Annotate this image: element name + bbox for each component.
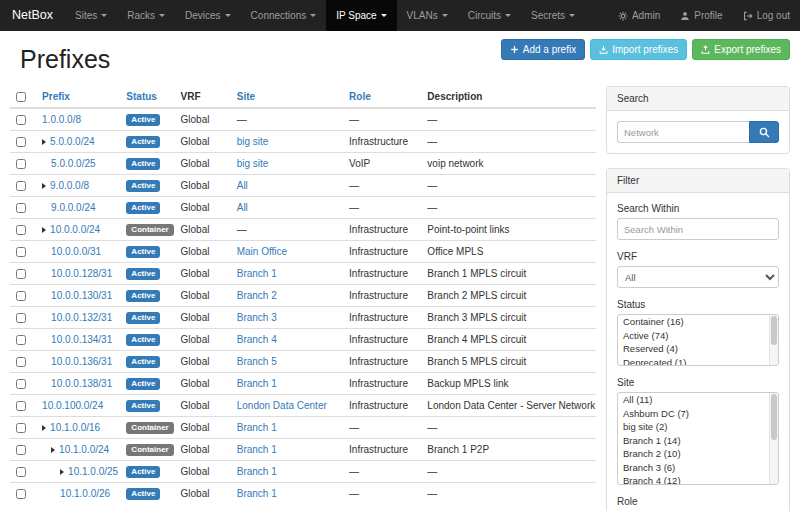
nav-menu-item[interactable]: Secrets — [521, 0, 585, 31]
prefix-link[interactable]: 10.0.0.0/31 — [51, 246, 101, 257]
status-listbox-scrollbar[interactable] — [769, 315, 778, 365]
nav-menu-item[interactable]: Racks — [117, 0, 175, 31]
site-link[interactable]: — — [237, 114, 247, 125]
row-checkbox[interactable] — [16, 269, 26, 279]
admin-link[interactable]: Admin — [608, 0, 670, 31]
row-checkbox[interactable] — [16, 115, 26, 125]
site-link[interactable]: London Data Center — [237, 400, 327, 411]
search-input[interactable] — [617, 121, 749, 143]
site-option[interactable]: Branch 2 (10) — [618, 447, 769, 461]
expand-caret-icon[interactable] — [51, 447, 55, 453]
prefix-link[interactable]: 10.0.0.132/31 — [51, 312, 112, 323]
status-option[interactable]: Deprecated (1) — [618, 356, 769, 367]
column-header-site[interactable]: Site — [231, 86, 343, 108]
row-checkbox[interactable] — [16, 159, 26, 169]
row-checkbox[interactable] — [16, 203, 26, 213]
search-button[interactable] — [749, 121, 779, 143]
row-checkbox[interactable] — [16, 445, 26, 455]
site-link[interactable]: Branch 2 — [237, 290, 277, 301]
site-link[interactable]: Branch 1 — [237, 444, 277, 455]
row-checkbox[interactable] — [16, 181, 26, 191]
site-option[interactable]: Branch 4 (12) — [618, 474, 769, 485]
prefix-link[interactable]: 10.0.0.138/31 — [51, 378, 112, 389]
prefix-link[interactable]: 9.0.0.0/8 — [50, 180, 89, 191]
site-link[interactable]: Main Office — [237, 246, 287, 257]
prefix-link[interactable]: 10.1.0.0/25 — [68, 466, 118, 477]
import-prefixes-button[interactable]: Import prefixes — [590, 39, 687, 60]
site-listbox-scrollbar[interactable] — [769, 393, 778, 484]
nav-menu-item[interactable]: Circuits — [458, 0, 521, 31]
row-checkbox[interactable] — [16, 313, 26, 323]
export-prefixes-button[interactable]: Export prefixes — [692, 39, 790, 60]
status-option[interactable]: Active (74) — [618, 329, 769, 343]
site-link[interactable]: Branch 1 — [237, 488, 277, 499]
prefix-link[interactable]: 9.0.0.0/24 — [51, 202, 95, 213]
prefix-link[interactable]: 10.0.0.130/31 — [51, 290, 112, 301]
prefix-link[interactable]: 10.1.0.0/24 — [59, 444, 109, 455]
prefix-link[interactable]: 10.0.0.136/31 — [51, 356, 112, 367]
site-link[interactable]: Branch 1 — [237, 422, 277, 433]
row-checkbox[interactable] — [16, 467, 26, 477]
row-checkbox[interactable] — [16, 357, 26, 367]
nav-menu-item[interactable]: IP Space — [326, 0, 396, 31]
row-checkbox[interactable] — [16, 335, 26, 345]
prefix-link[interactable]: 10.1.0.0/16 — [50, 422, 100, 433]
expand-caret-icon[interactable] — [42, 139, 46, 145]
site-option[interactable]: Branch 1 (14) — [618, 434, 769, 448]
prefix-link[interactable]: 5.0.0.0/24 — [50, 136, 94, 147]
nav-menu-item[interactable]: VLANs — [397, 0, 458, 31]
site-option[interactable]: big site (2) — [618, 420, 769, 434]
expand-caret-icon[interactable] — [42, 183, 46, 189]
site-link[interactable]: big site — [237, 136, 269, 147]
site-option[interactable]: Branch 3 (6) — [618, 461, 769, 475]
scrollbar-thumb[interactable] — [771, 394, 777, 440]
site-option[interactable]: All (11) — [618, 393, 769, 407]
prefix-link[interactable]: 10.0.0.128/31 — [51, 268, 112, 279]
select-all-checkbox[interactable] — [16, 92, 26, 102]
site-link[interactable]: Branch 5 — [237, 356, 277, 367]
site-link[interactable]: Branch 1 — [237, 378, 277, 389]
app-brand[interactable]: NetBox — [0, 0, 65, 31]
row-checkbox[interactable] — [16, 247, 26, 257]
row-checkbox[interactable] — [16, 379, 26, 389]
site-link[interactable]: All — [237, 202, 248, 213]
site-link[interactable]: big site — [237, 158, 269, 169]
expand-caret-icon[interactable] — [60, 469, 64, 475]
site-link[interactable]: — — [237, 224, 247, 235]
site-link[interactable]: Branch 4 — [237, 334, 277, 345]
site-link[interactable]: Branch 3 — [237, 312, 277, 323]
nav-menu-item[interactable]: Connections — [241, 0, 327, 31]
column-header-role[interactable]: Role — [343, 86, 421, 108]
prefix-link[interactable]: 10.0.0.134/31 — [51, 334, 112, 345]
prefix-link[interactable]: 10.0.100.0/24 — [42, 400, 103, 411]
status-badge: Active — [126, 180, 160, 192]
prefix-link[interactable]: 10.1.0.0/26 — [60, 488, 110, 499]
logout-link[interactable]: Log out — [733, 0, 800, 31]
expand-caret-icon[interactable] — [42, 425, 46, 431]
site-link[interactable]: All — [237, 180, 248, 191]
nav-menu-item[interactable]: Devices — [175, 0, 241, 31]
row-checkbox[interactable] — [16, 137, 26, 147]
prefix-link[interactable]: 5.0.0.0/25 — [51, 158, 95, 169]
column-header-status[interactable]: Status — [120, 86, 174, 108]
site-link[interactable]: Branch 1 — [237, 466, 277, 477]
nav-menu-item[interactable]: Sites — [65, 0, 117, 31]
expand-caret-icon[interactable] — [42, 227, 46, 233]
profile-link[interactable]: Profile — [670, 0, 732, 31]
column-header-prefix[interactable]: Prefix — [36, 86, 120, 108]
status-option[interactable]: Reserved (4) — [618, 342, 769, 356]
prefix-link[interactable]: 1.0.0.0/8 — [42, 114, 81, 125]
vrf-select[interactable]: All — [617, 266, 779, 288]
site-link[interactable]: Branch 1 — [237, 268, 277, 279]
add-prefix-button[interactable]: Add a prefix — [501, 39, 585, 60]
scrollbar-thumb[interactable] — [771, 316, 777, 345]
row-checkbox[interactable] — [16, 423, 26, 433]
row-checkbox[interactable] — [16, 489, 26, 499]
row-checkbox[interactable] — [16, 291, 26, 301]
search-within-input[interactable] — [617, 218, 779, 240]
site-option[interactable]: Ashburn DC (7) — [618, 407, 769, 421]
status-option[interactable]: Container (16) — [618, 315, 769, 329]
row-checkbox[interactable] — [16, 225, 26, 235]
row-checkbox[interactable] — [16, 401, 26, 411]
prefix-link[interactable]: 10.0.0.0/24 — [50, 224, 100, 235]
